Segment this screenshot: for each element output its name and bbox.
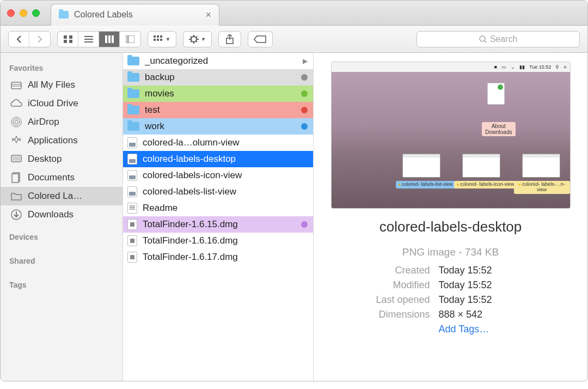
svg-rect-12 [154,35,156,38]
chevron-down-icon: ▼ [201,37,206,42]
list-icon: ≡ [564,64,566,70]
gallery-view-button[interactable] [120,32,140,47]
svg-line-24 [196,41,197,42]
label-dot-icon [301,90,308,97]
desktop-icon [10,154,22,165]
zoom-window-button[interactable] [32,9,40,17]
thumb-desktop: About Downloads colored- labels-list-vie… [332,72,570,208]
list-item[interactable]: work [123,118,313,135]
sidebar-item-applications[interactable]: Applications [1,131,122,150]
icon-view-button[interactable] [58,32,78,47]
svg-rect-31 [11,82,21,89]
label-dot-icon [301,107,308,113]
close-window-button[interactable] [7,9,15,17]
svg-point-35 [13,119,20,125]
menubar-time: Tue 15:52 [529,64,551,70]
item-name: TotalFinder-1.6.15.dmg [143,219,238,230]
search-field[interactable]: Search [416,31,580,47]
list-item[interactable]: colored-labels-icon-view [123,167,313,184]
sidebar-item-label: All My Files [28,80,75,90]
meta-value: Today 15:52 [439,294,559,306]
item-name: colored-labels-desktop [143,154,236,165]
list-item[interactable]: test [123,102,313,118]
sidebar-item-colored-labels[interactable]: Colored La… [1,187,122,205]
airdrop-icon [10,117,22,127]
list-item[interactable]: colored-labels-desktop [123,151,313,167]
folder-icon [127,122,139,131]
list-item[interactable]: _uncategorized▶ [123,53,313,69]
folder-icon [127,89,139,98]
column-view-button[interactable] [99,32,120,47]
list-view-button[interactable] [78,32,99,47]
label-dot-icon [301,221,308,228]
toolbar: ▼ ▼ Search [1,26,587,53]
svg-rect-16 [157,39,159,41]
folder-icon [127,73,139,82]
list-item[interactable]: colored-labels-list-view [123,184,313,200]
thumb-window-icon [522,154,560,178]
share-button[interactable] [218,31,241,47]
item-name: test [145,105,160,116]
sidebar-item-desktop[interactable]: Desktop [1,150,122,168]
image-file-icon [127,186,137,197]
all-files-icon [10,80,22,90]
list-item[interactable]: TotalFinder-1.6.17.dmg [123,249,313,265]
label-dot-icon [301,74,308,81]
action-button[interactable]: ▼ [183,31,212,47]
meta-value: Today 15:52 [439,279,559,291]
add-tags-button[interactable]: Add Tags… [439,324,559,335]
list-item[interactable]: backup [123,69,313,86]
svg-rect-8 [108,35,111,43]
thumb-window-icon [402,154,440,178]
sidebar-item-airdrop[interactable]: AirDrop [1,113,122,131]
preview-title: colored-labels-desktop [379,218,522,235]
image-file-icon [127,137,137,148]
browser-tab[interactable]: Colored Labels × [51,4,219,26]
tags-button[interactable] [248,31,273,47]
minimize-window-button[interactable] [20,9,27,17]
thumb-document-icon [487,83,505,105]
meta-key: Created [343,265,430,276]
close-tab-button[interactable]: × [205,9,211,21]
finder-icon: ■ [494,64,497,70]
titlebar: Colored Labels × [1,1,587,26]
dmg-file-icon [127,235,137,246]
svg-line-30 [485,41,486,42]
list-item[interactable]: TotalFinder-1.6.16.dmg [123,233,313,249]
thumb-file-label: colored- labels-list-view [396,181,456,189]
sidebar-item-downloads[interactable]: Downloads [1,205,122,224]
meta-value: Today 15:52 [439,265,559,276]
folder-icon [10,191,22,202]
sidebar-item-label: iCloud Drive [28,98,78,109]
svg-rect-15 [154,39,156,41]
sidebar-item-label: Applications [28,135,78,146]
sidebar-item-all-my-files[interactable]: All My Files [1,76,122,94]
svg-point-34 [15,120,18,124]
list-item[interactable]: colored-la…olumn-view [123,135,313,151]
image-file-icon [127,170,137,181]
back-button[interactable] [9,32,29,47]
label-dot-icon [301,123,308,130]
svg-rect-2 [64,40,67,43]
folder-icon [127,106,139,114]
dmg-file-icon [127,219,137,230]
sidebar-item-documents[interactable]: Documents [1,168,122,187]
list-item[interactable]: movies [123,86,313,102]
spotlight-icon: ⚲ [555,64,559,70]
chevron-down-icon: ▼ [166,37,170,42]
svg-rect-3 [69,40,72,43]
folder-icon [127,57,139,65]
item-name: colored-labels-icon-view [143,170,242,181]
forward-button[interactable] [29,32,50,47]
sidebar-item-icloud[interactable]: iCloud Drive [1,94,122,113]
svg-rect-14 [160,35,162,38]
svg-point-29 [480,36,485,41]
arrange-button[interactable]: ▼ [148,31,176,47]
list-item[interactable]: TotalFinder-1.6.15.dmg [123,216,313,233]
sidebar-item-label: Downloads [28,209,74,220]
svg-line-23 [191,37,192,38]
preview-thumbnail: ■ ▭ ⌄ ▮▮ Tue 15:52 ⚲ ≡ About Downloads c… [331,62,571,209]
dmg-file-icon [127,252,137,263]
list-item[interactable]: Readme [123,200,313,216]
item-name: work [145,121,164,132]
